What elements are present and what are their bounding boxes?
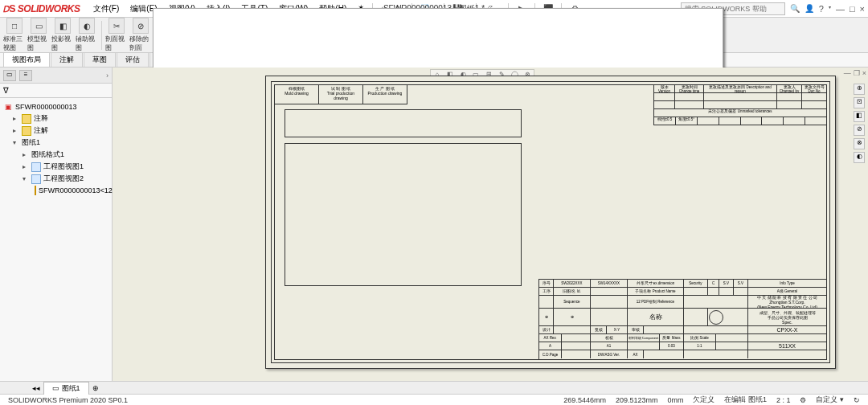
std-views-button[interactable]: □标准三视图 (3, 18, 26, 52)
status-gear-icon[interactable]: ⚙ (800, 396, 806, 404)
status-editing: 在编辑 图纸1 (724, 395, 767, 405)
sheet-tab-bar: ◂◂ ▭ 图纸1 ⊕ (0, 381, 868, 394)
help-icon[interactable]: ? (819, 4, 824, 14)
app-logo: 𝘋S SOLIDWORKS (3, 3, 80, 14)
tab-view-layout[interactable]: 视图布局 (3, 52, 50, 67)
tree-item[interactable]: ▸工程图视图1 (3, 161, 108, 173)
tree-root[interactable]: ▣SFWR0000000013 (3, 101, 108, 112)
logo-cell (684, 309, 708, 325)
fm-tab-1[interactable]: ▭ (3, 70, 16, 81)
rtool-icon[interactable]: ⊕ (854, 84, 865, 95)
close-icon[interactable]: × (860, 4, 865, 14)
fm-tab-2[interactable]: ≡ (19, 70, 32, 81)
titleblock-revision: 版本 Version 更改时间 Change time 更改描述及更改原因 De… (653, 85, 826, 125)
status-bar: SOLIDWORKS Premium 2020 SP0.1 269.5446mm… (0, 394, 868, 405)
tab-sketch[interactable]: 草图 (84, 52, 116, 67)
window-controls: ? ▾ — □ × (819, 4, 865, 14)
tab-evaluate[interactable]: 评估 (117, 52, 149, 67)
rtool-icon[interactable]: ⊘ (854, 125, 865, 136)
status-mode: 欠定义 (693, 395, 714, 405)
mdi-restore-icon[interactable]: ❐ (854, 69, 860, 77)
aux-view-button[interactable]: ◐辅助视图 (76, 18, 98, 52)
maximize-icon[interactable]: □ (850, 4, 855, 14)
tree-item[interactable]: ▸注解 (3, 125, 108, 137)
fm-chevron-icon[interactable]: › (106, 72, 108, 80)
drawing-view-1[interactable] (285, 109, 522, 137)
status-ratio[interactable]: 2 : 1 (776, 396, 791, 404)
tree-item[interactable]: ▸图纸格式1 (3, 149, 108, 161)
rtool-icon[interactable]: ⊡ (854, 97, 865, 108)
projected-view-button[interactable]: ◧投影视图 (51, 18, 74, 52)
sheet-tab-add-icon[interactable]: ⊕ (92, 384, 99, 392)
titleblock-main: 序号 SW2022XXX SW14XXXXX 外形尺寸 ex.dimension… (538, 279, 826, 359)
menu-file[interactable]: 文件(F) (88, 2, 125, 16)
fm-filter-icon[interactable]: ∇ (3, 86, 9, 95)
status-refresh-icon[interactable]: ↻ (854, 396, 860, 404)
status-version: SOLIDWORKS Premium 2020 SP0.1 (8, 396, 128, 404)
search-icon[interactable]: 🔍 (788, 2, 801, 15)
mdi-minimize-icon[interactable]: — (844, 69, 851, 77)
tree-item[interactable]: ▾工程图视图2 (3, 173, 108, 185)
drawing-sheet[interactable]: 样模图纸Mold drawing 试 制 图 纸Trial production… (265, 76, 836, 369)
drawing-canvas[interactable]: — ❐ × ⌂ ◧ ◐ ▭ ⊞ ✎ ◯ ⊗ 样模图纸Mold drawing 试… (113, 68, 868, 381)
minimize-icon[interactable]: — (836, 4, 845, 14)
status-y: 209.5123mm (616, 396, 658, 404)
tree-item[interactable]: ▾图纸1 (3, 137, 108, 149)
rtool-icon[interactable]: ◐ (854, 152, 865, 163)
sheet-tab-prev-icon[interactable]: ◂◂ (32, 384, 40, 392)
status-z: 0mm (667, 396, 683, 404)
user-icon[interactable]: 👤 (805, 4, 814, 13)
feature-manager-pane: ▭ ≡ › ∇ ▣SFWR0000000013 ▸注释 ▸注解 ▾图纸1 ▸图纸… (0, 68, 113, 381)
tree-item[interactable]: ▸注释 (3, 112, 108, 125)
tab-annotation[interactable]: 注解 (51, 52, 83, 67)
mdi-close-icon[interactable]: × (862, 69, 866, 77)
sheet-tab-1[interactable]: ▭ 图纸1 (43, 382, 89, 395)
rtool-icon[interactable]: ⊗ (854, 138, 865, 149)
removed-section-button[interactable]: ⊘移除的剖面 (129, 18, 152, 52)
right-toolbar: ⊕ ⊡ ◧ ⊘ ⊗ ◐ (854, 84, 866, 163)
titleblock-stages: 样模图纸Mold drawing 试 制 图 纸Trial production… (275, 85, 407, 104)
tree-item[interactable]: SFWR0000000013<12> (3, 185, 108, 196)
model-view-button[interactable]: ▭模型视图 (27, 18, 50, 52)
drawing-view-2[interactable] (285, 143, 522, 286)
section-view-button[interactable]: ✂剖面视图 (105, 18, 128, 52)
rtool-icon[interactable]: ◧ (854, 111, 865, 122)
feature-tree: ▣SFWR0000000013 ▸注释 ▸注解 ▾图纸1 ▸图纸格式1 ▸工程图… (0, 98, 112, 199)
status-custom[interactable]: 自定义 ▾ (816, 395, 844, 405)
mdi-controls: — ❐ × (844, 69, 866, 77)
status-x: 269.5446mm (563, 396, 606, 404)
